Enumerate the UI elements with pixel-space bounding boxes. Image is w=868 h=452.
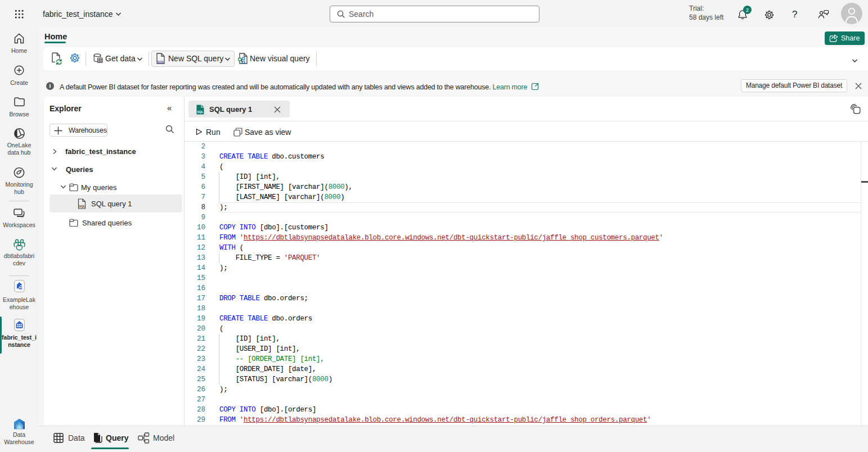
- svg-text:SQL: SQL: [197, 110, 204, 114]
- svg-text:SQL: SQL: [79, 205, 86, 208]
- svg-text:SQL: SQL: [158, 60, 165, 64]
